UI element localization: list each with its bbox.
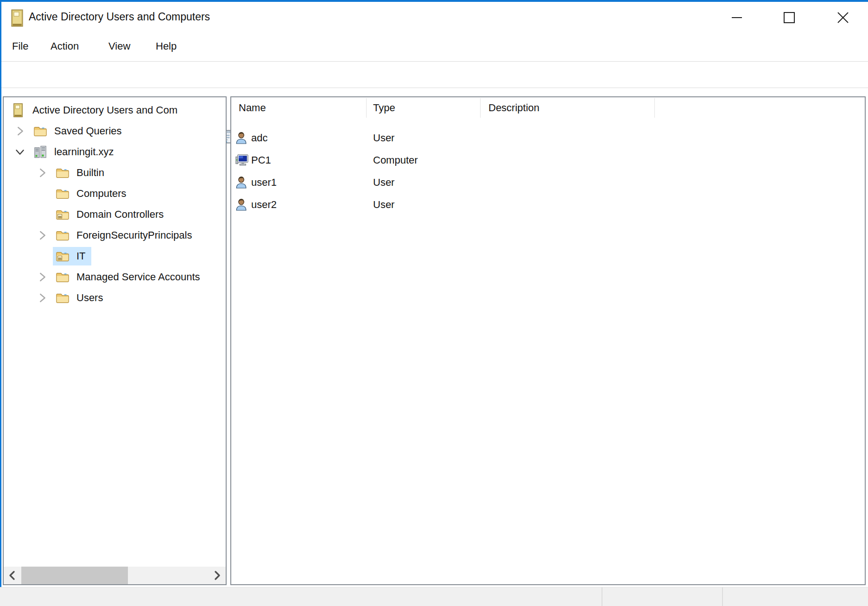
tree-item-learningit-xyz[interactable]: learningit.xyz: [4, 141, 226, 162]
menu-file[interactable]: File: [12, 32, 28, 61]
tree-item-label: ForeignSecurityPrincipals: [76, 229, 192, 241]
statusbar-divider: [722, 587, 723, 606]
menu-view[interactable]: View: [108, 32, 130, 61]
minimize-icon[interactable]: [726, 6, 748, 29]
column-divider[interactable]: [366, 98, 367, 118]
list-row-user2[interactable]: user2User: [231, 194, 865, 216]
console-tree-pane: Active Directory Users and ComSaved Quer…: [3, 96, 227, 585]
tree-item-builtin[interactable]: Builtin: [4, 162, 226, 183]
column-divider[interactable]: [480, 98, 481, 118]
tree-item-label: IT: [76, 250, 86, 262]
console-tree: Active Directory Users and ComSaved Quer…: [4, 97, 226, 308]
cell-name: adc: [251, 127, 267, 149]
window-title: Active Directory Users and Computers: [29, 2, 210, 32]
user-icon: [235, 176, 249, 189]
tree-item-computers[interactable]: Computers: [4, 183, 226, 204]
cell-name: PC1: [251, 149, 271, 171]
user-icon: [235, 131, 249, 145]
computer-icon: [235, 153, 249, 167]
menu-action[interactable]: Action: [51, 32, 79, 61]
tree-item-label: learningit.xyz: [54, 146, 114, 158]
tree-item-saved-queries[interactable]: Saved Queries: [4, 120, 226, 141]
menu-help[interactable]: Help: [156, 32, 177, 61]
list-header: Name Type Description: [231, 97, 865, 119]
folder-icon: [56, 166, 70, 180]
tree-item-label: Saved Queries: [54, 125, 122, 137]
status-bar: [0, 587, 868, 606]
close-icon[interactable]: [832, 6, 854, 29]
cell-name: user1: [251, 171, 277, 194]
tree-item-label: Active Directory Users and Com: [32, 104, 177, 116]
tree-item-label: Computers: [76, 188, 127, 200]
cell-name: user2: [251, 194, 277, 216]
scrollbar-thumb[interactable]: [21, 567, 128, 584]
title-bar: Active Directory Users and Computers: [1, 2, 868, 32]
folder-icon: [56, 291, 70, 305]
tree-item-foreignsecurityprincipals[interactable]: ForeignSecurityPrincipals: [4, 225, 226, 246]
tree-item-it[interactable]: IT: [4, 246, 226, 266]
list-row-adc[interactable]: adcUser: [231, 127, 865, 149]
column-header-name[interactable]: Name: [239, 97, 266, 119]
tree-item-label: Domain Controllers: [76, 208, 164, 221]
cell-type: User: [373, 127, 394, 149]
cell-type: User: [373, 171, 394, 194]
folder-icon: [56, 228, 70, 242]
ou-folder-icon: [56, 249, 70, 263]
list-row-pc1[interactable]: PC1Computer: [231, 149, 865, 171]
tree-item-domain-controllers[interactable]: Domain Controllers: [4, 204, 226, 225]
column-header-description[interactable]: Description: [488, 97, 539, 119]
console-root-icon: [11, 103, 25, 117]
folder-icon: [56, 270, 70, 284]
menu-bar: File Action View Help: [1, 32, 868, 62]
scroll-left-icon[interactable]: [4, 567, 21, 584]
domain-icon: [33, 145, 47, 159]
cell-type: Computer: [373, 149, 418, 171]
tree-item-label: Builtin: [76, 167, 104, 179]
aduc-window: Active Directory Users and Computers Fil…: [0, 0, 868, 606]
statusbar-divider: [602, 587, 602, 606]
folder-icon: [56, 187, 70, 201]
tree-item-label: Users: [76, 292, 103, 304]
column-header-type[interactable]: Type: [373, 97, 395, 119]
tree-item-label: Managed Service Accounts: [76, 271, 200, 283]
list-row-user1[interactable]: user1User: [231, 171, 865, 194]
window-left-border: [0, 0, 1, 606]
column-divider[interactable]: [654, 98, 655, 118]
folder-icon: [33, 124, 47, 138]
ou-folder-icon: [56, 208, 70, 221]
user-icon: [235, 198, 249, 212]
tree-horizontal-scrollbar[interactable]: [4, 567, 226, 584]
tree-item-users[interactable]: Users: [4, 287, 226, 308]
cell-type: User: [373, 194, 394, 216]
tree-item-active-directory-users-and-com[interactable]: Active Directory Users and Com: [4, 100, 226, 120]
mmc-console-icon: [10, 9, 24, 27]
toolbar: ?: [1, 62, 868, 88]
scroll-right-icon[interactable]: [208, 567, 226, 584]
maximize-icon[interactable]: [778, 6, 800, 29]
object-list: adcUserPC1Computeruser1Useruser2User: [231, 127, 865, 216]
tree-item-managed-service-accounts[interactable]: Managed Service Accounts: [4, 266, 226, 287]
object-list-pane: Name Type Description adcUserPC1Computer…: [230, 96, 866, 585]
